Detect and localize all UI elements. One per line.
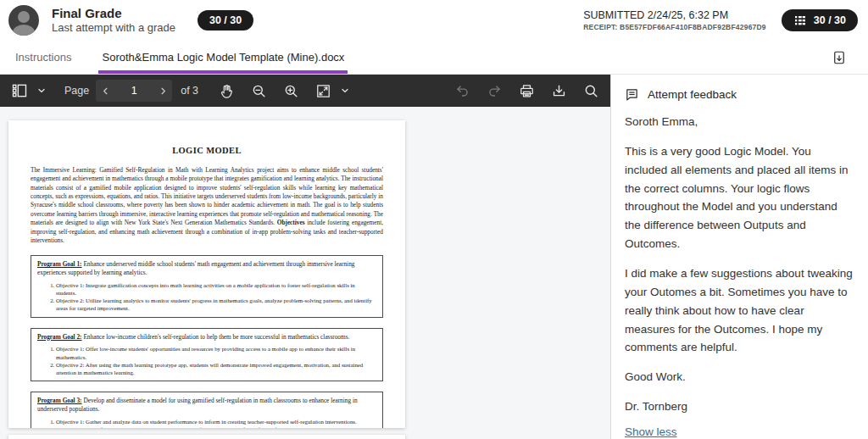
page-subtitle: Last attempt with a grade <box>52 21 175 36</box>
page-count: of 3 <box>181 85 198 97</box>
zoom-out-button[interactable] <box>248 80 270 102</box>
next-page-button[interactable] <box>153 80 172 102</box>
undo-button[interactable] <box>451 80 473 102</box>
feedback-paragraph-3: Good Work. <box>625 368 854 386</box>
tab-bar: Instructions Soroth&Emma Logic Model Tem… <box>0 41 868 75</box>
submitted-timestamp: SUBMITTED 2/24/25, 6:32 PM <box>583 9 766 21</box>
goal-3-objectives: Objective 1: Gather and analyze data on … <box>56 418 376 428</box>
page-title: Final Grade <box>52 5 175 22</box>
zoom-in-icon <box>283 83 299 99</box>
document-page-1: LOGIC MODEL The Immersive Learning: Gami… <box>8 120 405 428</box>
feedback-salutation: Soroth Emma, <box>625 113 854 131</box>
page-navigation <box>96 80 172 102</box>
tab-document[interactable]: Soroth&Emma Logic Model Template (Mine).… <box>98 41 348 74</box>
zoom-in-button[interactable] <box>280 80 302 102</box>
previous-page-button[interactable] <box>96 80 114 102</box>
goal-1-objective-1: Objective 1: Integrate gamification conc… <box>56 281 376 297</box>
chevron-down-icon <box>340 86 350 96</box>
pan-tool-button[interactable] <box>215 80 237 102</box>
page-label: Page <box>64 85 89 97</box>
header: Final Grade Last attempt with a grade 30… <box>0 0 868 41</box>
rubric-grade-badge: 30 / 30 <box>782 9 858 31</box>
chevron-down-icon <box>36 86 47 96</box>
fit-screen-icon <box>315 83 331 99</box>
avatar <box>8 5 39 36</box>
undo-icon <box>454 83 470 99</box>
goal-1-label: Program Goal 1: <box>37 260 82 268</box>
goal-3-objective-2: Objective 2: Share findings and resource… <box>56 425 376 428</box>
goal-2-label: Program Goal 2: <box>37 333 82 341</box>
goal-1-text: Enhance underserved middle school studen… <box>37 260 354 276</box>
rubric-grid-icon <box>793 14 807 27</box>
goal-2-objectives: Objective 1: Offer low-income students' … <box>56 345 376 376</box>
print-button[interactable] <box>515 80 537 102</box>
thumbnails-menu-button[interactable] <box>31 80 53 102</box>
thumbnails-panel-button[interactable] <box>8 80 31 102</box>
document-viewer: Page of 3 <box>0 75 611 439</box>
document-page-2-preview <box>8 435 405 439</box>
zoom-out-icon <box>251 83 267 99</box>
goal-2-objective-1: Objective 1: Offer low-income students' … <box>56 345 376 360</box>
tab-instructions[interactable]: Instructions <box>12 41 75 74</box>
fit-to-screen-button[interactable] <box>312 80 334 102</box>
goal-2-text: Enhance low-income children's self-regul… <box>82 333 350 341</box>
goal-1-objectives: Objective 1: Integrate gamification conc… <box>56 281 376 313</box>
chevron-left-icon <box>101 86 110 96</box>
feedback-body: Soroth Emma, This is a very good Logic M… <box>625 113 854 416</box>
redo-icon <box>487 83 503 99</box>
page-number-input[interactable] <box>114 80 153 102</box>
document-canvas[interactable]: LOGIC MODEL The Immersive Learning: Gami… <box>0 107 610 439</box>
hand-icon <box>219 83 235 99</box>
feedback-paragraph-2: I did make a few suggestions about tweak… <box>625 264 854 357</box>
fit-menu-button[interactable] <box>334 80 356 102</box>
download-button[interactable] <box>548 80 570 102</box>
rubric-grade-badge-value: 30 / 30 <box>814 14 846 26</box>
printer-icon <box>519 83 535 99</box>
show-less-link[interactable]: Show less <box>625 425 677 438</box>
goal-3-label: Program Goal 3: <box>37 397 82 404</box>
download-file-button[interactable] <box>827 46 851 69</box>
document-download-icon <box>832 50 847 65</box>
attempt-feedback-heading: Attempt feedback <box>625 87 854 102</box>
pdf-toolbar: Page of 3 <box>0 75 610 107</box>
final-grade-badge: 30 / 30 <box>198 10 253 31</box>
program-goal-2-box: Program Goal 2: Enhance low-income child… <box>31 328 383 382</box>
goal-3-text: Develop and disseminate a model for usin… <box>37 397 358 413</box>
program-goal-1-box: Program Goal 1: Enhance underserved midd… <box>31 255 383 317</box>
search-document-button[interactable] <box>580 80 602 102</box>
program-goal-3-box: Program Goal 3: Develop and disseminate … <box>31 392 383 428</box>
document-intro-paragraph: The Immersive Learning: Gamified Self-Re… <box>31 166 383 245</box>
comment-icon <box>625 87 639 102</box>
goal-3-objective-1: Objective 1: Gather and analyze data on … <box>56 418 376 425</box>
thumbnails-icon <box>11 82 28 99</box>
goal-1-objective-2: Objective 2: Utilize learning analytics … <box>56 297 376 312</box>
download-tray-icon <box>551 83 567 99</box>
receipt-id: RECEIPT: B5E57FDF66AF410F8BADF92BF42967D… <box>583 23 766 31</box>
feedback-paragraph-1: This is a very good Logic Model. You inc… <box>625 142 854 253</box>
feedback-signature: Dr. Tornberg <box>625 397 854 416</box>
feedback-panel: Attempt feedback Soroth Emma, This is a … <box>611 75 868 439</box>
document-title: LOGIC MODEL <box>31 146 383 155</box>
search-icon <box>583 83 599 99</box>
redo-button[interactable] <box>483 80 505 102</box>
goal-2-objective-2: Objective 2: After using the math learni… <box>56 361 376 376</box>
chevron-right-icon <box>159 86 168 96</box>
